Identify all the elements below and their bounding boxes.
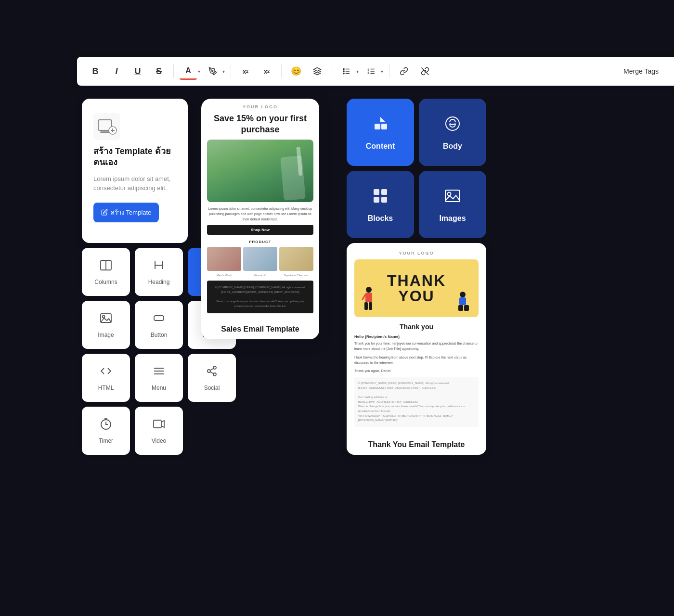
svg-rect-25 bbox=[101, 314, 111, 322]
content-panel-button[interactable]: Content bbox=[347, 99, 414, 166]
product-2 bbox=[243, 247, 277, 271]
svg-text:3: 3 bbox=[368, 72, 369, 75]
figure-right bbox=[454, 291, 471, 315]
image-icon bbox=[99, 311, 113, 328]
svg-point-49 bbox=[448, 192, 451, 196]
ol-dropdown-arrow[interactable]: ▾ bbox=[381, 69, 383, 74]
sales-cta-button: Shop Now bbox=[207, 225, 313, 235]
font-color-group[interactable]: A ▾ bbox=[180, 63, 200, 80]
subscript-button[interactable]: x2 bbox=[258, 63, 275, 80]
svg-marker-40 bbox=[380, 117, 385, 122]
product-bottle bbox=[280, 155, 306, 201]
svg-line-35 bbox=[210, 369, 214, 371]
heading-icon bbox=[152, 258, 166, 275]
blocks-panel-button[interactable]: Blocks bbox=[347, 171, 414, 238]
block-image[interactable]: Image bbox=[82, 301, 130, 349]
merge-tags-button[interactable]: Merge Tags bbox=[618, 64, 664, 78]
highlight-group[interactable]: ▾ bbox=[204, 63, 225, 80]
ordered-list-button[interactable]: 1 2 3 bbox=[363, 63, 380, 80]
thankyou-caption: Thank You Email Template bbox=[347, 435, 486, 455]
sales-hero-image bbox=[207, 140, 313, 202]
block-social[interactable]: Social bbox=[188, 354, 236, 402]
thankyou-logo: YOUR LOGO bbox=[354, 251, 479, 256]
emoji-button[interactable]: 😊 bbox=[287, 63, 305, 80]
social-icon bbox=[205, 364, 219, 381]
font-color-button[interactable]: A bbox=[180, 63, 197, 80]
video-icon bbox=[152, 417, 166, 434]
block-video[interactable]: Video bbox=[135, 407, 183, 455]
thankyou-text: THANKYOU bbox=[387, 273, 446, 304]
ul-dropdown-arrow[interactable]: ▾ bbox=[356, 69, 359, 74]
sales-template-caption: Sales Email Template bbox=[201, 319, 319, 339]
block-html[interactable]: HTML bbox=[82, 354, 130, 402]
font-color-dropdown-arrow[interactable]: ▾ bbox=[198, 69, 200, 74]
thankyou-closing: I look forward to hearing from above nex… bbox=[354, 355, 479, 365]
svg-rect-14 bbox=[93, 113, 120, 140]
block-heading[interactable]: Heading bbox=[135, 248, 183, 296]
ordered-list-group[interactable]: 1 2 3 ▾ bbox=[363, 63, 383, 80]
html-icon bbox=[99, 364, 113, 381]
sales-email-logo: YOUR LOGO bbox=[207, 104, 313, 109]
svg-rect-48 bbox=[445, 190, 460, 202]
unordered-list-button[interactable] bbox=[338, 63, 355, 80]
product-grid bbox=[207, 247, 313, 271]
svg-rect-58 bbox=[464, 305, 469, 311]
sales-footer-text: © [COMPANY_NAME] [YEAR] [COMPANY_NAME]. … bbox=[212, 285, 309, 308]
link-button[interactable] bbox=[395, 63, 413, 80]
sales-email-hero-text: Save 15% on your first purchase bbox=[207, 113, 313, 136]
svg-rect-57 bbox=[458, 305, 463, 311]
svg-rect-53 bbox=[369, 302, 372, 310]
svg-rect-47 bbox=[381, 197, 387, 203]
image-label: Image bbox=[98, 332, 114, 338]
highlight-dropdown-arrow[interactable]: ▾ bbox=[222, 69, 225, 74]
columns-label: Columns bbox=[94, 279, 117, 285]
create-template-icon bbox=[93, 113, 120, 140]
thankyou-footer-text: © [COMPANY_NAME] [YEAR] [COMPANY_NAME]. … bbox=[358, 381, 475, 423]
bold-button[interactable]: B bbox=[87, 63, 104, 80]
product-3 bbox=[279, 247, 313, 271]
svg-rect-41 bbox=[375, 124, 380, 129]
thankyou-title: Thank you bbox=[354, 323, 479, 331]
body-panel-label: Body bbox=[443, 142, 462, 151]
unlink-button[interactable] bbox=[416, 63, 434, 80]
blocks-panel-label: Blocks bbox=[368, 214, 393, 223]
highlight-button[interactable] bbox=[204, 63, 221, 80]
products-title: PRODUCT bbox=[207, 240, 313, 244]
separator-2 bbox=[231, 64, 231, 78]
svg-rect-45 bbox=[381, 189, 387, 195]
svg-rect-52 bbox=[364, 302, 368, 310]
svg-point-26 bbox=[103, 316, 105, 318]
block-menu[interactable]: Menu bbox=[135, 354, 183, 402]
images-panel-label: Images bbox=[439, 214, 466, 223]
svg-point-5 bbox=[343, 71, 344, 72]
heading-label: Heading bbox=[148, 279, 170, 285]
figure-left bbox=[362, 286, 376, 312]
separator-3 bbox=[281, 64, 282, 78]
strikethrough-button[interactable]: S bbox=[150, 63, 168, 80]
svg-rect-44 bbox=[374, 189, 379, 195]
unordered-list-group[interactable]: ▾ bbox=[338, 63, 359, 80]
superscript-button[interactable]: x2 bbox=[237, 63, 254, 80]
create-template-button[interactable]: สร้าง Template bbox=[93, 203, 159, 222]
text-editor-toolbar: B I U S A ▾ ▾ x2 x2 😊 bbox=[77, 57, 674, 86]
svg-point-32 bbox=[213, 366, 216, 369]
images-panel-button[interactable]: Images bbox=[419, 171, 486, 238]
svg-point-6 bbox=[343, 73, 344, 74]
block-timer[interactable]: Timer bbox=[82, 407, 130, 455]
underline-button[interactable]: U bbox=[129, 63, 146, 80]
thankyou-greeting: Hello {Recipient's Name} bbox=[354, 334, 479, 339]
block-columns[interactable]: Columns bbox=[82, 248, 130, 296]
body-panel-button[interactable]: Body bbox=[419, 99, 486, 166]
product-label-1: Men's Wash bbox=[207, 274, 242, 277]
button-icon bbox=[152, 311, 166, 328]
body-icon bbox=[443, 114, 462, 137]
block-button[interactable]: Button bbox=[135, 301, 183, 349]
create-template-description: Lorem ipsum dolor sit amet, consectetur … bbox=[93, 174, 176, 193]
italic-button[interactable]: I bbox=[108, 63, 125, 80]
svg-point-0 bbox=[212, 70, 213, 72]
social-label: Social bbox=[204, 385, 220, 391]
product-labels: Men's Wash Vitamin C Squalane Cleanser bbox=[207, 274, 313, 277]
blocks-icon bbox=[371, 186, 390, 209]
clean-format-button[interactable] bbox=[309, 63, 326, 80]
separator-4 bbox=[332, 64, 332, 78]
